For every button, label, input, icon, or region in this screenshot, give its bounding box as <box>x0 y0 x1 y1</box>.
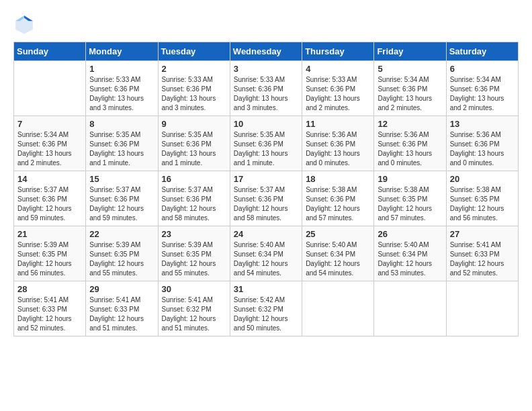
weekday-header: Thursday <box>302 42 374 61</box>
page-header <box>13 13 519 35</box>
day-number: 28 <box>17 284 82 294</box>
day-info: Sunrise: 5:39 AM Sunset: 6:35 PM Dayligh… <box>89 240 154 278</box>
day-info: Sunrise: 5:35 AM Sunset: 6:36 PM Dayligh… <box>162 130 226 168</box>
calendar-cell: 22Sunrise: 5:39 AM Sunset: 6:35 PM Dayli… <box>86 226 158 281</box>
day-info: Sunrise: 5:35 AM Sunset: 6:36 PM Dayligh… <box>89 130 154 168</box>
day-number: 7 <box>17 119 82 129</box>
day-info: Sunrise: 5:39 AM Sunset: 6:35 PM Dayligh… <box>162 240 226 278</box>
day-info: Sunrise: 5:36 AM Sunset: 6:36 PM Dayligh… <box>450 130 515 168</box>
weekday-header: Friday <box>374 42 446 61</box>
logo <box>13 13 39 35</box>
calendar-cell: 17Sunrise: 5:37 AM Sunset: 6:36 PM Dayli… <box>230 171 302 226</box>
calendar-cell: 26Sunrise: 5:40 AM Sunset: 6:34 PM Dayli… <box>374 226 446 281</box>
day-info: Sunrise: 5:40 AM Sunset: 6:34 PM Dayligh… <box>234 240 298 278</box>
calendar-cell: 4Sunrise: 5:33 AM Sunset: 6:36 PM Daylig… <box>302 61 374 116</box>
calendar-cell: 28Sunrise: 5:41 AM Sunset: 6:33 PM Dayli… <box>14 281 86 336</box>
calendar-week-row: 7Sunrise: 5:34 AM Sunset: 6:36 PM Daylig… <box>14 116 519 171</box>
day-number: 22 <box>89 229 154 239</box>
weekday-header: Monday <box>86 42 158 61</box>
day-number: 31 <box>234 284 298 294</box>
calendar-week-row: 21Sunrise: 5:39 AM Sunset: 6:35 PM Dayli… <box>14 226 519 281</box>
day-info: Sunrise: 5:33 AM Sunset: 6:36 PM Dayligh… <box>89 75 154 113</box>
day-info: Sunrise: 5:41 AM Sunset: 6:33 PM Dayligh… <box>89 295 154 333</box>
calendar-cell: 21Sunrise: 5:39 AM Sunset: 6:35 PM Dayli… <box>14 226 86 281</box>
day-number: 10 <box>234 119 298 129</box>
day-info: Sunrise: 5:34 AM Sunset: 6:36 PM Dayligh… <box>378 75 442 113</box>
svg-marker-0 <box>15 15 33 34</box>
day-info: Sunrise: 5:38 AM Sunset: 6:36 PM Dayligh… <box>306 185 370 223</box>
day-info: Sunrise: 5:37 AM Sunset: 6:36 PM Dayligh… <box>234 185 298 223</box>
day-info: Sunrise: 5:40 AM Sunset: 6:34 PM Dayligh… <box>306 240 370 278</box>
calendar-cell: 27Sunrise: 5:41 AM Sunset: 6:33 PM Dayli… <box>446 226 518 281</box>
calendar-cell: 31Sunrise: 5:42 AM Sunset: 6:32 PM Dayli… <box>230 281 302 336</box>
calendar-cell <box>374 281 446 336</box>
calendar-cell: 13Sunrise: 5:36 AM Sunset: 6:36 PM Dayli… <box>446 116 518 171</box>
calendar-cell: 23Sunrise: 5:39 AM Sunset: 6:35 PM Dayli… <box>158 226 230 281</box>
weekday-header: Wednesday <box>230 42 302 61</box>
day-number: 5 <box>378 64 442 74</box>
day-number: 14 <box>17 174 82 184</box>
day-info: Sunrise: 5:33 AM Sunset: 6:36 PM Dayligh… <box>306 75 370 113</box>
day-info: Sunrise: 5:42 AM Sunset: 6:32 PM Dayligh… <box>234 295 298 333</box>
calendar-cell: 2Sunrise: 5:33 AM Sunset: 6:36 PM Daylig… <box>158 61 230 116</box>
day-number: 17 <box>234 174 298 184</box>
weekday-header: Sunday <box>14 42 86 61</box>
calendar-cell: 12Sunrise: 5:36 AM Sunset: 6:36 PM Dayli… <box>374 116 446 171</box>
day-number: 27 <box>450 229 515 239</box>
calendar-cell: 15Sunrise: 5:37 AM Sunset: 6:36 PM Dayli… <box>86 171 158 226</box>
calendar-week-row: 14Sunrise: 5:37 AM Sunset: 6:36 PM Dayli… <box>14 171 519 226</box>
weekday-header: Saturday <box>446 42 518 61</box>
day-number: 30 <box>162 284 226 294</box>
day-number: 3 <box>234 64 298 74</box>
day-number: 18 <box>306 174 370 184</box>
calendar-cell <box>302 281 374 336</box>
calendar-cell <box>14 61 86 116</box>
day-number: 6 <box>450 64 515 74</box>
day-info: Sunrise: 5:38 AM Sunset: 6:35 PM Dayligh… <box>378 185 442 223</box>
day-number: 1 <box>89 64 154 74</box>
day-number: 19 <box>378 174 442 184</box>
calendar-cell: 7Sunrise: 5:34 AM Sunset: 6:36 PM Daylig… <box>14 116 86 171</box>
calendar-cell: 6Sunrise: 5:34 AM Sunset: 6:36 PM Daylig… <box>446 61 518 116</box>
day-number: 12 <box>378 119 442 129</box>
calendar-cell: 29Sunrise: 5:41 AM Sunset: 6:33 PM Dayli… <box>86 281 158 336</box>
calendar-cell: 30Sunrise: 5:41 AM Sunset: 6:32 PM Dayli… <box>158 281 230 336</box>
header-row: SundayMondayTuesdayWednesdayThursdayFrid… <box>14 42 519 61</box>
calendar-cell <box>446 281 518 336</box>
calendar-cell: 16Sunrise: 5:37 AM Sunset: 6:36 PM Dayli… <box>158 171 230 226</box>
day-number: 15 <box>89 174 154 184</box>
day-info: Sunrise: 5:38 AM Sunset: 6:35 PM Dayligh… <box>450 185 515 223</box>
day-info: Sunrise: 5:37 AM Sunset: 6:36 PM Dayligh… <box>89 185 154 223</box>
day-info: Sunrise: 5:41 AM Sunset: 6:32 PM Dayligh… <box>162 295 226 333</box>
day-info: Sunrise: 5:37 AM Sunset: 6:36 PM Dayligh… <box>17 185 82 223</box>
calendar-week-row: 1Sunrise: 5:33 AM Sunset: 6:36 PM Daylig… <box>14 61 519 116</box>
calendar-cell: 11Sunrise: 5:36 AM Sunset: 6:36 PM Dayli… <box>302 116 374 171</box>
day-number: 13 <box>450 119 515 129</box>
calendar-cell: 8Sunrise: 5:35 AM Sunset: 6:36 PM Daylig… <box>86 116 158 171</box>
day-number: 21 <box>17 229 82 239</box>
logo-icon <box>13 13 35 35</box>
calendar-cell: 18Sunrise: 5:38 AM Sunset: 6:36 PM Dayli… <box>302 171 374 226</box>
calendar-cell: 24Sunrise: 5:40 AM Sunset: 6:34 PM Dayli… <box>230 226 302 281</box>
day-number: 25 <box>306 229 370 239</box>
calendar-cell: 9Sunrise: 5:35 AM Sunset: 6:36 PM Daylig… <box>158 116 230 171</box>
day-number: 29 <box>89 284 154 294</box>
day-info: Sunrise: 5:35 AM Sunset: 6:36 PM Dayligh… <box>234 130 298 168</box>
day-info: Sunrise: 5:36 AM Sunset: 6:36 PM Dayligh… <box>306 130 370 168</box>
day-number: 4 <box>306 64 370 74</box>
day-number: 26 <box>378 229 442 239</box>
day-number: 23 <box>162 229 226 239</box>
calendar-table: SundayMondayTuesdayWednesdayThursdayFrid… <box>13 42 519 336</box>
day-info: Sunrise: 5:34 AM Sunset: 6:36 PM Dayligh… <box>450 75 515 113</box>
day-info: Sunrise: 5:36 AM Sunset: 6:36 PM Dayligh… <box>378 130 442 168</box>
calendar-cell: 19Sunrise: 5:38 AM Sunset: 6:35 PM Dayli… <box>374 171 446 226</box>
calendar-cell: 25Sunrise: 5:40 AM Sunset: 6:34 PM Dayli… <box>302 226 374 281</box>
day-info: Sunrise: 5:33 AM Sunset: 6:36 PM Dayligh… <box>234 75 298 113</box>
calendar-cell: 10Sunrise: 5:35 AM Sunset: 6:36 PM Dayli… <box>230 116 302 171</box>
day-number: 16 <box>162 174 226 184</box>
day-number: 2 <box>162 64 226 74</box>
day-number: 24 <box>234 229 298 239</box>
day-info: Sunrise: 5:41 AM Sunset: 6:33 PM Dayligh… <box>450 240 515 278</box>
calendar-cell: 20Sunrise: 5:38 AM Sunset: 6:35 PM Dayli… <box>446 171 518 226</box>
day-info: Sunrise: 5:34 AM Sunset: 6:36 PM Dayligh… <box>17 130 82 168</box>
